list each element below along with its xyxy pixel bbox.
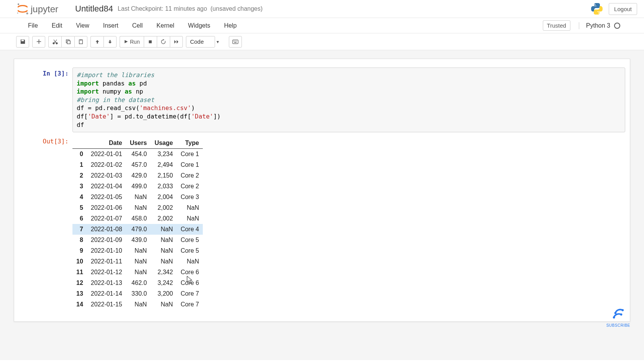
table-row: 142022-01-15NaNNaNCore 7 [72, 299, 203, 310]
subscribe-badge[interactable]: SUBSCRIBE [606, 309, 630, 327]
menu-cell[interactable]: Cell [125, 19, 150, 32]
output-cell: Out[3]: DateUsersUsageType 02022-01-0145… [19, 135, 625, 310]
restart-run-all-button[interactable] [170, 36, 183, 48]
table-row: 12022-01-02457.02,494Core 1 [72, 160, 203, 170]
menubar: FileEditViewInsertCellKernelWidgetsHelp … [0, 18, 644, 33]
menu-view[interactable]: View [69, 19, 96, 32]
run-button[interactable]: Run [120, 36, 144, 48]
svg-rect-14 [232, 40, 238, 44]
svg-point-21 [614, 312, 616, 314]
table-row: 02022-01-01454.03,234Core 1 [72, 149, 203, 160]
interrupt-button[interactable] [144, 36, 157, 48]
table-row: 82022-01-09439.0NaNCore 5 [72, 235, 203, 245]
table-row: 32022-01-04499.02,033Core 2 [72, 181, 203, 192]
column-header: Date [87, 138, 126, 149]
menu-file[interactable]: File [21, 19, 45, 32]
output-prompt: Out[3]: [19, 135, 72, 310]
menu-widgets[interactable]: Widgets [181, 19, 217, 32]
table-row: 112022-01-12NaN2,342Core 6 [72, 267, 203, 278]
svg-point-19 [613, 316, 615, 319]
svg-point-2 [18, 6, 28, 12]
notebook-scroll-area[interactable]: In [3]: #import the libraries import pan… [0, 50, 644, 360]
table-row: 72022-01-08479.0NaNCore 4 [72, 224, 203, 235]
svg-point-20 [620, 313, 623, 316]
svg-rect-15 [233, 41, 234, 41]
notebook-title[interactable]: Untitled84 [75, 4, 113, 14]
svg-point-3 [18, 3, 19, 5]
notebook-cells: In [3]: #import the libraries import pan… [14, 59, 630, 322]
svg-rect-16 [235, 41, 235, 41]
cut-button[interactable] [48, 36, 61, 48]
jupyter-logo[interactable]: jupyter [16, 2, 70, 15]
restart-button[interactable] [157, 36, 170, 48]
save-button[interactable] [16, 36, 29, 48]
insert-cell-button[interactable] [32, 36, 45, 48]
table-row: 122022-01-13462.03,242Core 6 [72, 278, 203, 288]
table-row: 62022-01-07458.02,002NaN [72, 213, 203, 224]
paste-button[interactable] [74, 36, 87, 48]
move-up-button[interactable] [90, 36, 104, 48]
svg-point-7 [595, 4, 596, 5]
trusted-indicator[interactable]: Trusted [543, 20, 570, 31]
column-header: Usage [151, 138, 177, 149]
table-row: 92022-01-10NaNNaNCore 5 [72, 245, 203, 256]
svg-point-5 [17, 12, 18, 13]
move-down-button[interactable] [104, 36, 117, 48]
svg-point-8 [598, 13, 600, 14]
menu-edit[interactable]: Edit [45, 19, 69, 32]
kernel-name[interactable]: Python 3 [579, 22, 610, 29]
svg-rect-12 [80, 39, 82, 40]
table-row: 22022-01-03429.02,150Core 2 [72, 170, 203, 181]
dataframe-table: DateUsersUsageType 02022-01-01454.03,234… [72, 138, 203, 310]
cell-type-select[interactable]: Code [186, 36, 215, 48]
toolbar: Run Code [0, 33, 644, 50]
svg-text:jupyter: jupyter [30, 4, 58, 14]
menu-kernel[interactable]: Kernel [150, 19, 181, 32]
column-header: Type [177, 138, 203, 149]
logout-button[interactable]: Logout [609, 3, 637, 15]
dataframe-output: DateUsersUsageType 02022-01-01454.03,234… [72, 135, 625, 310]
menu-help[interactable]: Help [217, 19, 243, 32]
checkpoint-text: Last Checkpoint: 11 minutes ago (unsaved… [118, 5, 263, 12]
input-prompt: In [3]: [19, 67, 72, 132]
code-cell[interactable]: In [3]: #import the libraries import pan… [19, 67, 625, 132]
svg-point-4 [26, 13, 28, 15]
svg-rect-13 [149, 40, 152, 43]
command-palette-button[interactable] [229, 36, 242, 48]
table-row: 52022-01-06NaN2,002NaN [72, 202, 203, 213]
kernel-status-icon [614, 23, 620, 29]
table-row: 42022-01-05NaN2,004Core 3 [72, 192, 203, 202]
svg-rect-10 [67, 41, 70, 44]
code-input[interactable]: #import the libraries import pandas as p… [72, 67, 625, 132]
svg-rect-18 [234, 42, 236, 43]
table-row: 102022-01-11NaNNaNNaN [72, 256, 203, 267]
copy-button[interactable] [61, 36, 74, 48]
column-header: Users [126, 138, 151, 149]
svg-rect-17 [236, 41, 237, 41]
python-logo-icon [590, 2, 609, 15]
svg-point-22 [621, 309, 624, 311]
menu-insert[interactable]: Insert [96, 19, 125, 32]
table-row: 132022-01-14330.03,200Core 7 [72, 288, 203, 299]
notebook-header: jupyter Untitled84 Last Checkpoint: 11 m… [0, 0, 644, 18]
